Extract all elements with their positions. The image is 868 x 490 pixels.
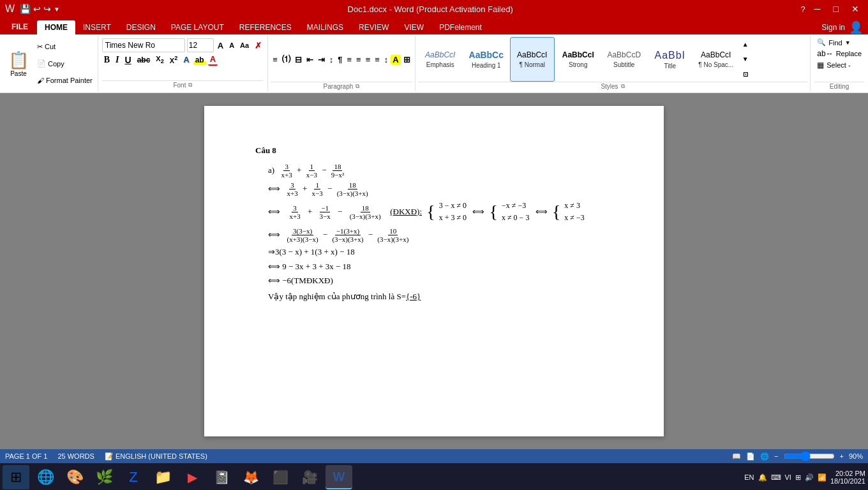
taskbar-word[interactable]: W — [326, 465, 352, 489]
show-marks-btn[interactable]: ¶ — [336, 54, 344, 65]
subscript-btn[interactable]: X2 — [154, 54, 165, 65]
taskbar-volume[interactable]: 🔊 — [805, 473, 814, 482]
paste-button[interactable]: 📋 Paste — [3, 37, 34, 90]
zoom-in-btn[interactable]: + — [840, 452, 844, 460]
style-normal[interactable]: AaBbCcI ¶ Normal — [510, 37, 555, 82]
customize-icon[interactable]: ▼ — [54, 6, 60, 13]
minimize-btn[interactable]: ─ — [811, 4, 825, 14]
format-painter-button[interactable]: 🖌 Format Painter — [34, 76, 95, 85]
undo-icon[interactable]: ↩ — [33, 4, 41, 14]
paste-label: Paste — [10, 70, 27, 77]
bullets-btn[interactable]: ≡ — [271, 54, 280, 65]
style-emphasis[interactable]: AaBbCcI Emphasis — [418, 37, 463, 82]
page[interactable]: Câu 8 a) 3 x+3 + 1 x−3 − — [204, 106, 664, 436]
sort-btn[interactable]: ↕ — [327, 54, 336, 65]
styles-scroll-down[interactable]: ▼ — [741, 56, 750, 63]
numbering-btn[interactable]: ⑴ — [280, 53, 292, 66]
shading-btn[interactable]: A — [391, 55, 400, 64]
multilevel-list-btn[interactable]: ⊟ — [293, 54, 304, 65]
taskbar-notify[interactable]: 🔔 — [758, 473, 767, 482]
taskbar-chrome[interactable]: 🌐 — [32, 465, 59, 489]
taskbar-time[interactable]: 20:02 PM 18/10/2021 — [830, 470, 865, 485]
style-strong[interactable]: AaBbCcI Strong — [556, 37, 601, 82]
italic-btn[interactable]: I — [114, 54, 121, 66]
taskbar-onenote[interactable]: 📓 — [208, 465, 235, 489]
help-icon[interactable]: ? — [800, 4, 805, 14]
taskbar-acrobat[interactable]: ⬛ — [267, 465, 294, 489]
strikethrough-btn[interactable]: abc — [135, 55, 153, 65]
font-expand-icon[interactable]: ⧉ — [188, 82, 192, 89]
taskbar-icons[interactable]: ⊞ — [795, 473, 801, 482]
tab-mailings[interactable]: MAILINGS — [299, 20, 351, 34]
redo-icon[interactable]: ↪ — [43, 4, 51, 14]
view-read-btn[interactable]: 📖 — [732, 452, 741, 461]
copy-button[interactable]: 📄 Copy — [34, 59, 95, 68]
quick-save-icon[interactable]: 💾 — [20, 4, 31, 14]
font-name-input[interactable] — [102, 38, 185, 52]
format-painter-label: Format Painter — [46, 77, 93, 84]
style-title[interactable]: AaBbI Title — [648, 37, 692, 82]
style-subtitle[interactable]: AaBbCcD Subtitle — [602, 37, 647, 82]
tab-pdfelement[interactable]: PDFelement — [431, 20, 490, 34]
restore-btn[interactable]: □ — [830, 4, 842, 14]
replace-button[interactable]: ab↔ Replace — [814, 48, 864, 59]
paragraph-expand-icon[interactable]: ⧉ — [355, 83, 359, 90]
taskbar-zoom[interactable]: 🎥 — [296, 465, 323, 489]
taskbar-firefox[interactable]: 🦊 — [237, 465, 264, 489]
justify-btn[interactable]: ≡ — [373, 54, 382, 65]
tab-file[interactable]: FILE — [3, 19, 37, 34]
increase-indent-btn[interactable]: ⇥ — [316, 54, 327, 65]
borders-btn[interactable]: ⊞ — [401, 54, 412, 65]
align-right-btn[interactable]: ≡ — [364, 54, 373, 65]
font-size-increase[interactable]: A — [216, 40, 225, 51]
sign-in-link[interactable]: Sign in — [821, 23, 845, 32]
styles-expand-icon[interactable]: ⧉ — [621, 83, 625, 90]
tab-insert[interactable]: INSERT — [75, 20, 119, 34]
align-left-btn[interactable]: ≡ — [345, 54, 354, 65]
condition-1: 3 − x ≠ 0 x + 3 ≠ 0 — [439, 200, 467, 224]
font-color-btn[interactable]: A — [208, 54, 218, 66]
view-web-btn[interactable]: 🌐 — [760, 452, 769, 461]
taskbar-app3[interactable]: 🌿 — [91, 465, 117, 489]
find-button[interactable]: 🔍 Find ▼ — [814, 37, 864, 48]
math-line-8: Vậy tập nghiệm của phương trình là S= {-… — [268, 290, 613, 304]
font-size-decrease[interactable]: A — [227, 41, 236, 50]
tab-design[interactable]: DESIGN — [119, 20, 163, 34]
cut-button[interactable]: ✂ Cut — [34, 42, 95, 52]
bold-btn[interactable]: B — [102, 54, 112, 66]
styles-more[interactable]: ⊡ — [741, 71, 750, 78]
font-size-input[interactable] — [187, 38, 214, 52]
taskbar-files[interactable]: 📁 — [149, 465, 176, 489]
taskbar-network[interactable]: 📶 — [818, 473, 827, 482]
taskbar-lang[interactable]: EN — [744, 473, 754, 481]
text-effects-btn[interactable]: A — [181, 54, 191, 65]
taskbar-media[interactable]: ▶ — [179, 465, 206, 489]
taskbar-app2[interactable]: 🎨 — [61, 465, 88, 489]
style-nospace[interactable]: AaBbCcI ¶ No Spac... — [694, 37, 738, 82]
start-button[interactable]: ⊞ — [3, 465, 29, 489]
align-center-btn[interactable]: ≡ — [354, 54, 363, 65]
style-heading1[interactable]: AaBbCc Heading 1 — [464, 37, 509, 82]
taskbar-input[interactable]: ⌨ — [771, 473, 781, 482]
tab-page-layout[interactable]: PAGE LAYOUT — [163, 20, 232, 34]
select-button[interactable]: ▦ Select - — [814, 59, 864, 71]
view-print-btn[interactable]: 📄 — [746, 452, 755, 461]
styles-scroll-up[interactable]: ▲ — [741, 41, 750, 48]
line-spacing-btn[interactable]: ↕ — [382, 54, 391, 65]
tab-view[interactable]: VIEW — [396, 20, 431, 34]
zoom-out-btn[interactable]: − — [774, 452, 778, 460]
tab-home[interactable]: HOME — [37, 20, 75, 34]
superscript-btn[interactable]: X2 — [168, 54, 179, 65]
highlight-color-btn[interactable]: ab — [193, 55, 206, 65]
decrease-indent-btn[interactable]: ⇤ — [304, 54, 315, 65]
tab-review[interactable]: REVIEW — [351, 20, 396, 34]
taskbar-zalo[interactable]: Z — [120, 465, 147, 489]
taskbar-lang2[interactable]: VI — [785, 473, 791, 481]
zoom-slider[interactable] — [784, 452, 835, 461]
close-btn[interactable]: ✕ — [848, 4, 863, 14]
language-indicator[interactable]: 📝 ENGLISH (UNITED STATES) — [105, 452, 207, 461]
underline-btn[interactable]: U — [123, 54, 133, 66]
clear-format-btn[interactable]: ✗ — [253, 40, 264, 51]
change-case-btn[interactable]: Aa — [238, 41, 251, 50]
tab-references[interactable]: REFERENCES — [232, 20, 299, 34]
